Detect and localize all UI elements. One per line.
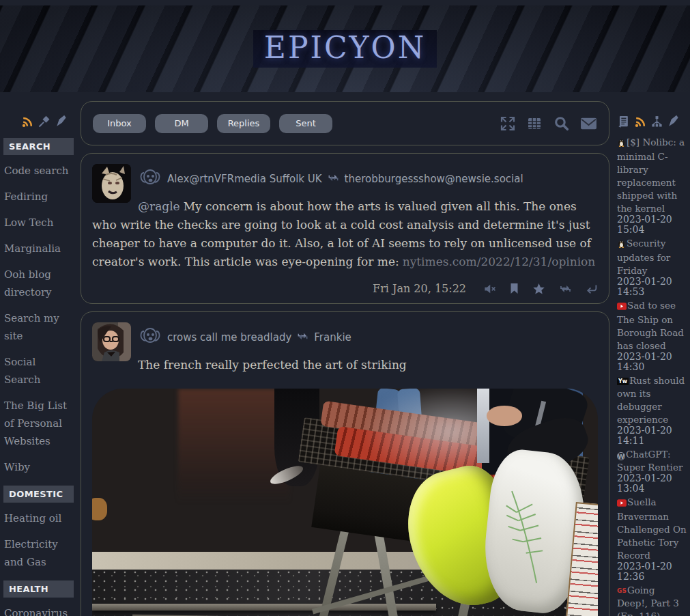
wordpress-favicon: W — [617, 452, 625, 460]
post-2: crows call me breadlady Frankie The fren… — [81, 311, 609, 616]
sidebar-link-electricity-and-gas[interactable]: Electricity and Gas — [0, 535, 76, 571]
photo-red-reflection — [178, 389, 289, 503]
lwn-penguin-favicon — [617, 137, 626, 150]
post-1-avatar[interactable] — [92, 164, 131, 203]
photo-window-strip — [477, 389, 489, 463]
tab-inbox[interactable]: Inbox — [93, 114, 146, 133]
sidebar-section-domestic: DOMESTIC Heating oil Electricity and Gas — [0, 486, 76, 571]
right-column-icons — [614, 92, 689, 128]
tab-replies[interactable]: Replies — [217, 114, 270, 133]
section-header-health: HEALTH — [3, 580, 74, 598]
newswire-item: Suella Braverman Challenged On Pathetic … — [617, 495, 687, 582]
post-1-recipient[interactable]: therobburgessshow@newsie.social — [345, 173, 523, 185]
dog-person-icon[interactable] — [138, 325, 162, 350]
left-column-icons — [0, 92, 76, 128]
newswire-datetime: 2023-01-20 13:04 — [617, 473, 676, 494]
newswire-datetime: 2023-01-20 14:53 — [617, 277, 676, 297]
mention-link[interactable]: @ragle — [138, 199, 180, 213]
right-column: [$] Nolibc: a minimal C-library replacem… — [614, 92, 689, 616]
rss-icon[interactable] — [20, 115, 34, 128]
yw-favicon: Yw — [617, 378, 629, 385]
attached-image[interactable] — [92, 389, 598, 616]
post-1-author[interactable]: Alex@rtnVFRmedia Suffolk UK — [167, 173, 322, 185]
youtube-favicon — [617, 496, 627, 509]
newswire-item: Security updates for Friday 2023-01-20 1… — [617, 236, 687, 297]
star-icon[interactable] — [532, 283, 545, 295]
sidebar-link-ooh-blog-directory[interactable]: Ooh blog directory — [0, 266, 76, 301]
page-shell: SEARCH Code search Fediring Low Tech Mar… — [0, 92, 690, 616]
photo-rail — [92, 604, 436, 611]
tab-sent[interactable]: Sent — [279, 114, 332, 133]
dog-person-icon[interactable] — [138, 167, 162, 191]
tab-dm[interactable]: DM — [155, 114, 208, 133]
expand-icon[interactable] — [500, 115, 516, 132]
newswire-icon[interactable] — [617, 115, 630, 128]
post-2-recipient[interactable]: Frankie — [314, 331, 351, 344]
newswire-datetime: 2023-01-20 15:04 — [617, 214, 676, 235]
post-1-date[interactable]: Fri Jan 20, 15:22 — [373, 282, 466, 295]
newswire-title[interactable]: [$] Nolibc: a minimal C-library replacem… — [617, 137, 685, 214]
timeline-column: Inbox DM Replies Sent Alex@rtnVFRmedia S… — [81, 92, 609, 616]
newswire-item: [$] Nolibc: a minimal C-library replacem… — [617, 135, 687, 235]
sidebar-link-coronavirus-statistics[interactable]: Coronavirus statistics — [0, 604, 76, 616]
sidebar-section-search: SEARCH Code search Fediring Low Tech Mar… — [0, 138, 76, 476]
sidebar-link-fediring[interactable]: Fediring — [0, 188, 76, 206]
newswire-list: [$] Nolibc: a minimal C-library replacem… — [614, 128, 689, 616]
pen-icon[interactable] — [667, 115, 680, 128]
search-icon[interactable] — [553, 115, 570, 132]
timeline-tabbar: Inbox DM Replies Sent — [81, 101, 609, 145]
sidebar-section-health: HEALTH Coronavirus statistics — [0, 580, 76, 616]
nytimes-link[interactable]: nytimes.com/2022/12/31/opinion — [403, 255, 596, 268]
newswire-item: WChatGPT: Super Rentier 2023-01-20 13:04 — [617, 447, 687, 494]
post-1: Alex@rtnVFRmedia Suffolk UK therobburges… — [81, 153, 609, 304]
post-1-footer: Fri Jan 20, 15:22 — [92, 282, 598, 295]
sidebar-link-search-my-site[interactable]: Search my site — [0, 309, 76, 345]
sidebar-link-big-list-personal-websites[interactable]: The Big List of Personal Websites — [0, 397, 76, 450]
sidebar-link-low-tech[interactable]: Low Tech — [0, 214, 76, 232]
newswire-title[interactable]: Suella Braverman Challenged On Pathetic … — [617, 496, 687, 561]
site-title: EPICYON — [253, 30, 437, 68]
rss-icon[interactable] — [633, 115, 647, 128]
post-2-author[interactable]: crows call me breadlady — [167, 331, 291, 344]
envelope-icon[interactable] — [580, 116, 597, 131]
sidebar-link-code-search[interactable]: Code search — [0, 162, 76, 180]
boost-icon — [296, 331, 309, 345]
post-2-body: The french really perfected the art of s… — [92, 356, 598, 374]
sidebar-link-social-search[interactable]: Social Search — [0, 353, 76, 389]
newswire-item: GSGoing Deep!, Part 3 (Ep. 116) 2023-01-… — [617, 583, 687, 616]
reply-icon[interactable] — [586, 283, 598, 294]
section-header-domestic: DOMESTIC — [3, 486, 74, 503]
boost-icon — [327, 172, 340, 186]
table-icon[interactable] — [526, 115, 543, 132]
newswire-datetime: 2023-01-20 14:11 — [617, 425, 676, 446]
lwn-penguin-favicon — [617, 238, 626, 251]
tabbar-icon-group — [500, 115, 597, 132]
profile-banner[interactable]: EPICYON — [0, 5, 690, 92]
gs-favicon: GS — [617, 587, 627, 594]
share-tree-icon[interactable] — [650, 115, 663, 128]
sidebar-link-wiby[interactable]: Wiby — [0, 458, 76, 476]
newswire-item: YwRust should own its debugger experienc… — [617, 374, 687, 446]
newswire-title[interactable]: ChatGPT: Super Rentier — [617, 449, 682, 473]
post-2-avatar[interactable] — [92, 322, 131, 361]
sidebar-link-marginalia[interactable]: Marginalia — [0, 240, 76, 257]
bookmark-icon[interactable] — [509, 283, 519, 294]
sidebar-link-heating-oil[interactable]: Heating oil — [0, 509, 76, 527]
section-header-search: SEARCH — [3, 138, 74, 155]
post-1-body: @ragleMy concern is about how the arts i… — [92, 197, 598, 271]
hammer-icon[interactable] — [38, 115, 51, 128]
newswire-item: Sad to see The Ship on Borough Road has … — [617, 298, 687, 372]
photo-boot — [92, 498, 107, 521]
photo-hand — [487, 406, 522, 425]
newswire-datetime: 2023-01-20 14:30 — [617, 352, 676, 372]
pen-icon[interactable] — [55, 115, 68, 128]
youtube-favicon — [617, 300, 627, 313]
repeat-icon[interactable] — [558, 283, 573, 295]
post-2-header: crows call me breadlady Frankie — [138, 321, 598, 350]
post-1-header: Alex@rtnVFRmedia Suffolk UK therobburges… — [138, 163, 598, 191]
mute-icon[interactable] — [483, 283, 496, 294]
left-column: SEARCH Code search Fediring Low Tech Mar… — [0, 92, 76, 616]
newswire-datetime: 2023-01-20 12:36 — [617, 561, 676, 582]
post-2-text: The french really perfected the art of s… — [138, 358, 407, 372]
newswire-title[interactable]: Sad to see The Ship on Borough Road has … — [617, 300, 684, 351]
